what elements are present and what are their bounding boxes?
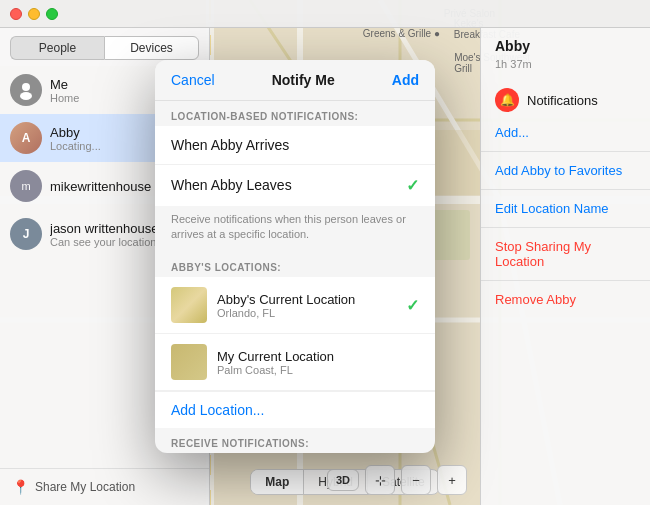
modal-overlay: Cancel Notify Me Add LOCATION-BASED NOTI… <box>0 28 650 505</box>
minimize-button[interactable] <box>28 8 40 20</box>
add-location-button[interactable]: Add Location... <box>155 391 435 428</box>
modal-header: Cancel Notify Me Add <box>155 60 435 101</box>
modal-description: Receive notifications when this person l… <box>155 206 435 253</box>
modal-location-notif-label: LOCATION-BASED NOTIFICATIONS: <box>155 101 435 126</box>
location-current-checkmark-icon: ✓ <box>406 296 419 315</box>
location-thumb-my <box>171 344 207 380</box>
modal-location-my[interactable]: My Current Location Palm Coast, FL <box>155 334 435 391</box>
traffic-lights <box>10 8 58 20</box>
maximize-button[interactable] <box>46 8 58 20</box>
leaves-checkmark-icon: ✓ <box>406 176 419 195</box>
receive-notif-label: RECEIVE NOTIFICATIONS: <box>155 428 435 453</box>
location-sub-my: Palm Coast, FL <box>217 364 419 376</box>
modal-body: LOCATION-BASED NOTIFICATIONS: When Abby … <box>155 101 435 454</box>
modal-locations-group: Abby's Current Location Orlando, FL ✓ My… <box>155 277 435 428</box>
location-name-my: My Current Location <box>217 349 419 364</box>
close-button[interactable] <box>10 8 22 20</box>
modal-option-leaves-text: When Abby Leaves <box>171 177 292 193</box>
modal-option-arrives-text: When Abby Arrives <box>171 137 289 153</box>
modal-locations-label: ABBY'S LOCATIONS: <box>155 252 435 277</box>
location-sub-current: Orlando, FL <box>217 307 396 319</box>
modal-add-button[interactable]: Add <box>392 72 419 88</box>
notify-me-modal: Cancel Notify Me Add LOCATION-BASED NOTI… <box>155 60 435 454</box>
location-name-current: Abby's Current Location <box>217 292 396 307</box>
location-thumb-current <box>171 287 207 323</box>
modal-title: Notify Me <box>272 72 335 88</box>
location-info-my: My Current Location Palm Coast, FL <box>217 349 419 376</box>
modal-cancel-button[interactable]: Cancel <box>171 72 215 88</box>
location-info-current: Abby's Current Location Orlando, FL <box>217 292 396 319</box>
modal-options-group: When Abby Arrives When Abby Leaves ✓ <box>155 126 435 206</box>
modal-option-leaves[interactable]: When Abby Leaves ✓ <box>155 165 435 206</box>
modal-option-arrives[interactable]: When Abby Arrives <box>155 126 435 165</box>
modal-location-current[interactable]: Abby's Current Location Orlando, FL ✓ <box>155 277 435 334</box>
title-bar <box>0 0 650 28</box>
